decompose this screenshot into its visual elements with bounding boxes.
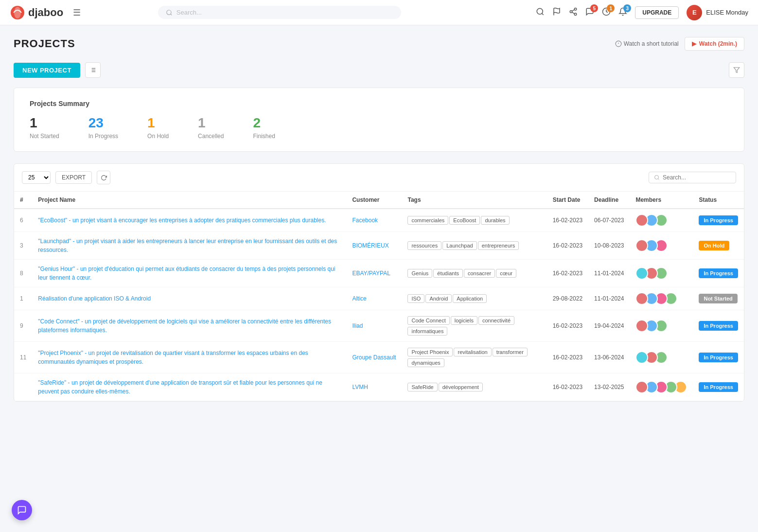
customer-link[interactable]: Altice xyxy=(352,295,366,302)
tag[interactable]: ressources xyxy=(407,241,441,250)
nav-icons: 5 1 3 UPGRADE E ELISE Monday xyxy=(536,5,748,20)
table-col-header: Status xyxy=(693,192,744,209)
start-date-cell: 29-08-2022 xyxy=(547,287,588,310)
member-avatar xyxy=(635,351,648,364)
logo[interactable]: djaboo xyxy=(10,5,63,20)
refresh-icon xyxy=(101,175,107,181)
status-badge: In Progress xyxy=(699,215,738,225)
tag[interactable]: revitalisation xyxy=(454,348,491,356)
status-cell: On Hold xyxy=(693,232,744,260)
avatar: E xyxy=(687,5,702,20)
project-name-link[interactable]: "Code Connect" - un projet de développem… xyxy=(38,318,331,334)
customer-link[interactable]: Iliad xyxy=(352,322,363,329)
search-placeholder[interactable]: Search... xyxy=(176,9,202,16)
tag[interactable]: ISO xyxy=(407,294,424,303)
tag[interactable]: transformer xyxy=(493,348,528,356)
list-view-button[interactable] xyxy=(85,62,101,78)
tag[interactable]: développement xyxy=(439,383,483,391)
tags-cell: commercialesEcoBoostdurables xyxy=(402,209,546,232)
search-nav-icon[interactable] xyxy=(536,7,545,18)
project-name-link[interactable]: "SafeRide" - un projet de développement … xyxy=(38,379,322,395)
upgrade-button[interactable]: UPGRADE xyxy=(635,6,679,19)
page-size-select[interactable]: 2550100 xyxy=(22,171,51,184)
tag[interactable]: cœur xyxy=(496,269,516,278)
stat-item: 1 Not Started xyxy=(30,115,59,140)
svg-line-10 xyxy=(572,12,575,14)
tag[interactable]: consacrer xyxy=(464,269,495,278)
tag[interactable]: étudiants xyxy=(433,269,463,278)
table-row: 1Réalisation d'une application ISO & And… xyxy=(14,287,744,310)
svg-line-5 xyxy=(542,13,544,15)
user-name: ELISE Monday xyxy=(706,9,748,16)
tag[interactable]: commerciales xyxy=(407,216,448,225)
user-menu[interactable]: E ELISE Monday xyxy=(687,5,748,20)
status-cell: In Progress xyxy=(693,342,744,373)
tag[interactable]: entrepreneurs xyxy=(478,241,519,250)
project-name-cell: "Launchpad" - un projet visant à aider l… xyxy=(32,232,346,260)
tag[interactable]: durables xyxy=(481,216,509,225)
clock-icon[interactable]: 1 xyxy=(602,7,611,18)
stat-label: In Progress xyxy=(88,133,118,140)
tag[interactable]: Project Phoenix xyxy=(407,348,453,356)
flag-icon[interactable] xyxy=(552,7,561,18)
stat-number: 1 xyxy=(198,115,224,131)
filter-button[interactable] xyxy=(729,62,744,78)
start-date-cell: 16-02-2023 xyxy=(547,260,588,287)
customer-link[interactable]: BIOMÉRIEUX xyxy=(352,242,388,249)
customer-link[interactable]: EBAY/PAYPAL xyxy=(352,270,390,277)
tag[interactable]: Application xyxy=(453,294,487,303)
tags-cell: Geniusétudiantsconsacrercœur xyxy=(402,260,546,287)
deadline-cell: 13-06-2024 xyxy=(588,342,630,373)
export-button[interactable]: EXPORT xyxy=(55,171,92,184)
menu-icon[interactable]: ☰ xyxy=(73,7,81,18)
table-col-header: # xyxy=(14,192,32,209)
tag[interactable]: SafeRide xyxy=(407,383,437,391)
status-badge: In Progress xyxy=(699,268,738,278)
svg-point-2 xyxy=(167,10,171,14)
customer-link[interactable]: Groupe Dassault xyxy=(352,354,396,361)
project-name-cell: Réalisation d'une application ISO & Andr… xyxy=(32,287,346,310)
messages-icon[interactable]: 5 xyxy=(585,7,594,18)
member-avatar xyxy=(635,319,648,332)
tags-cell: ressourcesLaunchpadentrepreneurs xyxy=(402,232,546,260)
tag[interactable]: logiciels xyxy=(451,316,477,325)
play-icon: ▶ xyxy=(692,40,696,47)
tag[interactable]: EcoBoost xyxy=(449,216,480,225)
status-badge: In Progress xyxy=(699,382,738,392)
svg-point-4 xyxy=(537,8,543,14)
project-name-link[interactable]: Réalisation d'une application ISO & Andr… xyxy=(38,295,151,302)
new-project-button[interactable]: NEW PROJECT xyxy=(14,63,80,78)
members-cell xyxy=(630,342,693,373)
refresh-button[interactable] xyxy=(97,171,110,184)
watch-button[interactable]: ▶ Watch (2min.) xyxy=(685,37,744,51)
row-number: 8 xyxy=(14,260,32,287)
table-search xyxy=(649,172,736,183)
customer-link[interactable]: Facebook xyxy=(352,217,378,224)
project-name-link[interactable]: "Genius Hour" - un projet d'éducation qu… xyxy=(38,266,335,281)
tag[interactable]: Launchpad xyxy=(442,241,476,250)
tag[interactable]: dynamiques xyxy=(407,358,444,367)
table-search-input[interactable] xyxy=(663,174,731,181)
stat-number: 23 xyxy=(88,115,118,131)
project-name-cell: "EcoBoost" - un projet visant à encourag… xyxy=(32,209,346,232)
tag[interactable]: Code Connect xyxy=(407,316,449,325)
start-date-cell: 16-02-2023 xyxy=(547,209,588,232)
tutorial-link[interactable]: Watch a short tutorial xyxy=(615,40,679,47)
share-icon[interactable] xyxy=(569,7,578,18)
project-name-link[interactable]: "EcoBoost" - un projet visant à encourag… xyxy=(38,217,326,224)
project-name-link[interactable]: "Launchpad" - un projet visant à aider l… xyxy=(38,238,337,253)
project-name-cell: "Project Phoenix" - un projet de revital… xyxy=(32,342,346,373)
stat-label: Finished xyxy=(253,133,275,140)
summary-card: Projects Summary 1 Not Started 23 In Pro… xyxy=(14,88,744,152)
member-avatar xyxy=(635,381,648,393)
stat-number: 1 xyxy=(147,115,169,131)
bell-icon[interactable]: 3 xyxy=(618,7,627,18)
row-number: 1 xyxy=(14,287,32,310)
tag[interactable]: Android xyxy=(425,294,452,303)
tag[interactable]: informatiques xyxy=(407,327,447,336)
project-name-link[interactable]: "Project Phoenix" - un projet de revital… xyxy=(38,350,308,365)
tag[interactable]: connectivité xyxy=(478,316,514,325)
svg-point-1 xyxy=(14,7,21,18)
tag[interactable]: Genius xyxy=(407,269,432,278)
customer-link[interactable]: LVMH xyxy=(352,384,368,390)
